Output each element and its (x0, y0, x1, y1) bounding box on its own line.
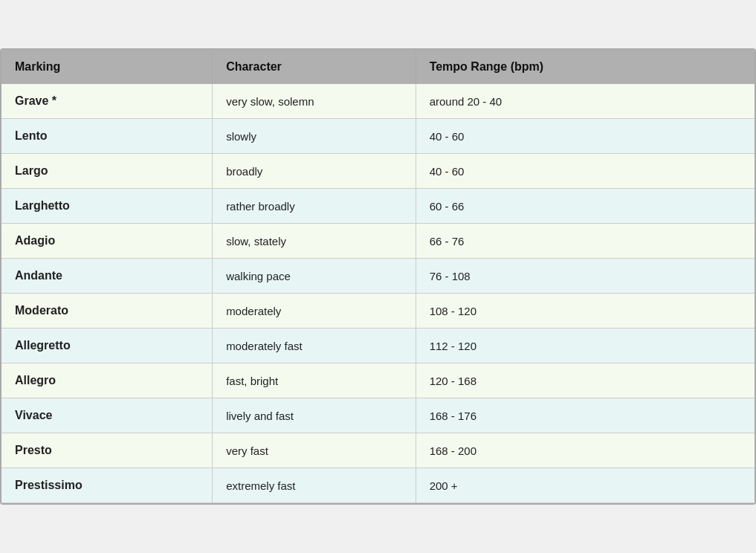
table-row: Lentoslowly40 - 60 (1, 119, 755, 154)
cell-marking: Larghetto (1, 189, 213, 224)
cell-marking: Vivace (1, 398, 213, 433)
cell-character: slowly (213, 119, 416, 154)
table-row: Allegrettomoderately fast112 - 120 (1, 329, 755, 363)
cell-marking: Andante (1, 259, 213, 294)
cell-tempo: 168 - 176 (416, 398, 755, 433)
cell-character: broadly (213, 154, 416, 189)
cell-marking: Adagio (1, 224, 213, 259)
tempo-table-container: Marking Character Tempo Range (bpm) Grav… (0, 48, 756, 505)
cell-tempo: 76 - 108 (416, 259, 755, 294)
cell-character: moderately (213, 294, 416, 329)
table-header-row: Marking Character Tempo Range (bpm) (1, 50, 755, 84)
cell-marking: Lento (1, 119, 213, 154)
cell-character: slow, stately (213, 224, 416, 259)
table-row: Prestissimoextremely fast200 + (1, 468, 755, 503)
table-row: Adagioslow, stately66 - 76 (1, 224, 755, 259)
cell-character: walking pace (213, 259, 416, 294)
cell-marking: Prestissimo (1, 468, 213, 503)
cell-character: rather broadly (213, 189, 416, 224)
header-tempo: Tempo Range (bpm) (416, 50, 755, 84)
header-character: Character (213, 50, 416, 84)
table-row: Grave *very slow, solemnaround 20 - 40 (1, 84, 755, 119)
table-row: Larghettorather broadly60 - 66 (1, 189, 755, 224)
cell-marking: Allegro (1, 363, 213, 398)
cell-marking: Presto (1, 433, 213, 468)
cell-marking: Allegretto (1, 329, 213, 363)
cell-tempo: 60 - 66 (416, 189, 755, 224)
table-row: Moderatomoderately108 - 120 (1, 294, 755, 329)
cell-marking: Largo (1, 154, 213, 189)
table-row: Largobroadly40 - 60 (1, 154, 755, 189)
cell-tempo: 120 - 168 (416, 363, 755, 398)
cell-tempo: 108 - 120 (416, 294, 755, 329)
cell-marking: Grave * (1, 84, 213, 119)
table-row: Vivacelively and fast168 - 176 (1, 398, 755, 433)
cell-tempo: 200 + (416, 468, 755, 503)
table-row: Prestovery fast168 - 200 (1, 433, 755, 468)
tempo-table: Marking Character Tempo Range (bpm) Grav… (1, 50, 755, 503)
cell-character: very fast (213, 433, 416, 468)
cell-character: very slow, solemn (213, 84, 416, 119)
cell-tempo: around 20 - 40 (416, 84, 755, 119)
table-row: Andantewalking pace76 - 108 (1, 259, 755, 294)
cell-character: lively and fast (213, 398, 416, 433)
header-marking: Marking (1, 50, 213, 84)
cell-tempo: 66 - 76 (416, 224, 755, 259)
cell-tempo: 168 - 200 (416, 433, 755, 468)
cell-tempo: 40 - 60 (416, 119, 755, 154)
cell-character: fast, bright (213, 363, 416, 398)
table-row: Allegrofast, bright120 - 168 (1, 363, 755, 398)
cell-character: extremely fast (213, 468, 416, 503)
cell-tempo: 112 - 120 (416, 329, 755, 363)
cell-tempo: 40 - 60 (416, 154, 755, 189)
cell-character: moderately fast (213, 329, 416, 363)
cell-marking: Moderato (1, 294, 213, 329)
